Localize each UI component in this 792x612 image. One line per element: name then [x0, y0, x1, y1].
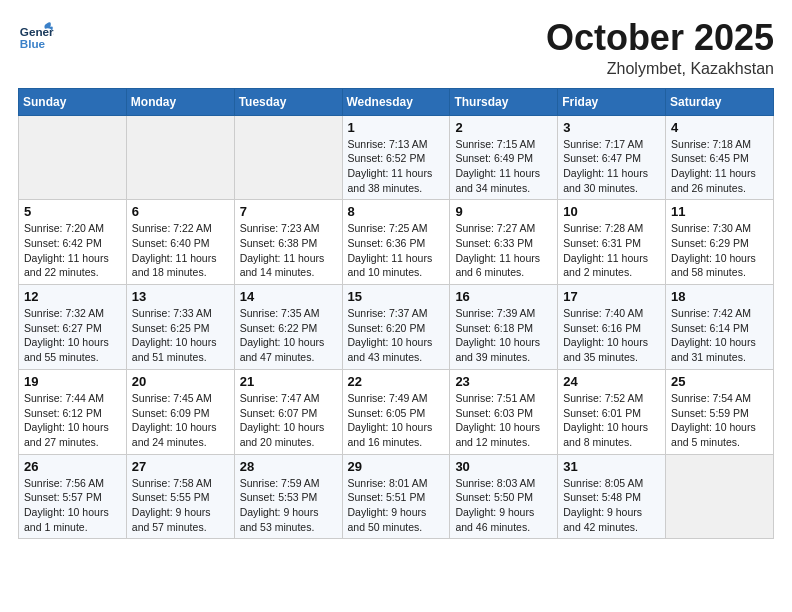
calendar-cell: 5Sunrise: 7:20 AM Sunset: 6:42 PM Daylig… [19, 200, 127, 285]
day-info: Sunrise: 7:18 AM Sunset: 6:45 PM Dayligh… [671, 137, 768, 196]
calendar-cell: 20Sunrise: 7:45 AM Sunset: 6:09 PM Dayli… [126, 369, 234, 454]
calendar-cell: 25Sunrise: 7:54 AM Sunset: 5:59 PM Dayli… [666, 369, 774, 454]
day-number: 25 [671, 374, 768, 389]
day-number: 27 [132, 459, 229, 474]
day-info: Sunrise: 7:30 AM Sunset: 6:29 PM Dayligh… [671, 221, 768, 280]
week-row-1: 5Sunrise: 7:20 AM Sunset: 6:42 PM Daylig… [19, 200, 774, 285]
day-number: 28 [240, 459, 337, 474]
day-number: 24 [563, 374, 660, 389]
calendar-cell: 18Sunrise: 7:42 AM Sunset: 6:14 PM Dayli… [666, 285, 774, 370]
day-info: Sunrise: 7:37 AM Sunset: 6:20 PM Dayligh… [348, 306, 445, 365]
calendar-cell [234, 115, 342, 200]
calendar-cell: 24Sunrise: 7:52 AM Sunset: 6:01 PM Dayli… [558, 369, 666, 454]
day-number: 10 [563, 204, 660, 219]
calendar-cell: 22Sunrise: 7:49 AM Sunset: 6:05 PM Dayli… [342, 369, 450, 454]
day-info: Sunrise: 7:15 AM Sunset: 6:49 PM Dayligh… [455, 137, 552, 196]
day-info: Sunrise: 7:45 AM Sunset: 6:09 PM Dayligh… [132, 391, 229, 450]
day-info: Sunrise: 7:51 AM Sunset: 6:03 PM Dayligh… [455, 391, 552, 450]
calendar-body: 1Sunrise: 7:13 AM Sunset: 6:52 PM Daylig… [19, 115, 774, 539]
day-info: Sunrise: 7:20 AM Sunset: 6:42 PM Dayligh… [24, 221, 121, 280]
day-info: Sunrise: 7:35 AM Sunset: 6:22 PM Dayligh… [240, 306, 337, 365]
calendar-table: Sunday Monday Tuesday Wednesday Thursday… [18, 88, 774, 540]
day-number: 12 [24, 289, 121, 304]
logo-icon: General Blue [18, 18, 54, 54]
day-info: Sunrise: 7:58 AM Sunset: 5:55 PM Dayligh… [132, 476, 229, 535]
calendar-cell: 8Sunrise: 7:25 AM Sunset: 6:36 PM Daylig… [342, 200, 450, 285]
col-saturday: Saturday [666, 88, 774, 115]
day-number: 21 [240, 374, 337, 389]
day-info: Sunrise: 7:23 AM Sunset: 6:38 PM Dayligh… [240, 221, 337, 280]
calendar-cell: 1Sunrise: 7:13 AM Sunset: 6:52 PM Daylig… [342, 115, 450, 200]
day-number: 8 [348, 204, 445, 219]
day-number: 16 [455, 289, 552, 304]
day-number: 14 [240, 289, 337, 304]
week-row-2: 12Sunrise: 7:32 AM Sunset: 6:27 PM Dayli… [19, 285, 774, 370]
day-info: Sunrise: 7:32 AM Sunset: 6:27 PM Dayligh… [24, 306, 121, 365]
calendar-cell: 16Sunrise: 7:39 AM Sunset: 6:18 PM Dayli… [450, 285, 558, 370]
title-block: October 2025 Zholymbet, Kazakhstan [546, 18, 774, 78]
location: Zholymbet, Kazakhstan [546, 60, 774, 78]
calendar-cell: 27Sunrise: 7:58 AM Sunset: 5:55 PM Dayli… [126, 454, 234, 539]
day-number: 2 [455, 120, 552, 135]
day-info: Sunrise: 7:54 AM Sunset: 5:59 PM Dayligh… [671, 391, 768, 450]
calendar-cell: 14Sunrise: 7:35 AM Sunset: 6:22 PM Dayli… [234, 285, 342, 370]
day-number: 22 [348, 374, 445, 389]
header: General Blue October 2025 Zholymbet, Kaz… [18, 18, 774, 78]
day-number: 4 [671, 120, 768, 135]
day-info: Sunrise: 7:25 AM Sunset: 6:36 PM Dayligh… [348, 221, 445, 280]
day-number: 18 [671, 289, 768, 304]
calendar-cell: 12Sunrise: 7:32 AM Sunset: 6:27 PM Dayli… [19, 285, 127, 370]
calendar-cell: 17Sunrise: 7:40 AM Sunset: 6:16 PM Dayli… [558, 285, 666, 370]
day-info: Sunrise: 7:44 AM Sunset: 6:12 PM Dayligh… [24, 391, 121, 450]
day-info: Sunrise: 7:52 AM Sunset: 6:01 PM Dayligh… [563, 391, 660, 450]
calendar-cell: 4Sunrise: 7:18 AM Sunset: 6:45 PM Daylig… [666, 115, 774, 200]
day-info: Sunrise: 7:59 AM Sunset: 5:53 PM Dayligh… [240, 476, 337, 535]
calendar-cell [126, 115, 234, 200]
calendar-cell: 15Sunrise: 7:37 AM Sunset: 6:20 PM Dayli… [342, 285, 450, 370]
day-info: Sunrise: 7:17 AM Sunset: 6:47 PM Dayligh… [563, 137, 660, 196]
header-row: Sunday Monday Tuesday Wednesday Thursday… [19, 88, 774, 115]
day-info: Sunrise: 8:03 AM Sunset: 5:50 PM Dayligh… [455, 476, 552, 535]
week-row-4: 26Sunrise: 7:56 AM Sunset: 5:57 PM Dayli… [19, 454, 774, 539]
day-info: Sunrise: 7:47 AM Sunset: 6:07 PM Dayligh… [240, 391, 337, 450]
calendar-cell: 19Sunrise: 7:44 AM Sunset: 6:12 PM Dayli… [19, 369, 127, 454]
week-row-0: 1Sunrise: 7:13 AM Sunset: 6:52 PM Daylig… [19, 115, 774, 200]
day-info: Sunrise: 7:39 AM Sunset: 6:18 PM Dayligh… [455, 306, 552, 365]
day-number: 15 [348, 289, 445, 304]
day-info: Sunrise: 7:28 AM Sunset: 6:31 PM Dayligh… [563, 221, 660, 280]
day-info: Sunrise: 8:01 AM Sunset: 5:51 PM Dayligh… [348, 476, 445, 535]
day-number: 17 [563, 289, 660, 304]
col-wednesday: Wednesday [342, 88, 450, 115]
svg-text:Blue: Blue [20, 37, 46, 50]
col-monday: Monday [126, 88, 234, 115]
week-row-3: 19Sunrise: 7:44 AM Sunset: 6:12 PM Dayli… [19, 369, 774, 454]
calendar-cell: 31Sunrise: 8:05 AM Sunset: 5:48 PM Dayli… [558, 454, 666, 539]
day-number: 23 [455, 374, 552, 389]
day-info: Sunrise: 7:56 AM Sunset: 5:57 PM Dayligh… [24, 476, 121, 535]
calendar-cell: 6Sunrise: 7:22 AM Sunset: 6:40 PM Daylig… [126, 200, 234, 285]
calendar-cell: 21Sunrise: 7:47 AM Sunset: 6:07 PM Dayli… [234, 369, 342, 454]
day-number: 29 [348, 459, 445, 474]
day-number: 6 [132, 204, 229, 219]
day-number: 3 [563, 120, 660, 135]
day-number: 7 [240, 204, 337, 219]
day-number: 5 [24, 204, 121, 219]
calendar-cell: 9Sunrise: 7:27 AM Sunset: 6:33 PM Daylig… [450, 200, 558, 285]
calendar-cell: 30Sunrise: 8:03 AM Sunset: 5:50 PM Dayli… [450, 454, 558, 539]
day-info: Sunrise: 7:22 AM Sunset: 6:40 PM Dayligh… [132, 221, 229, 280]
day-info: Sunrise: 7:42 AM Sunset: 6:14 PM Dayligh… [671, 306, 768, 365]
col-thursday: Thursday [450, 88, 558, 115]
calendar-cell [666, 454, 774, 539]
calendar-cell: 2Sunrise: 7:15 AM Sunset: 6:49 PM Daylig… [450, 115, 558, 200]
day-number: 26 [24, 459, 121, 474]
col-friday: Friday [558, 88, 666, 115]
calendar-cell: 10Sunrise: 7:28 AM Sunset: 6:31 PM Dayli… [558, 200, 666, 285]
day-number: 11 [671, 204, 768, 219]
day-number: 31 [563, 459, 660, 474]
day-number: 1 [348, 120, 445, 135]
col-sunday: Sunday [19, 88, 127, 115]
month-title: October 2025 [546, 18, 774, 58]
calendar-cell: 11Sunrise: 7:30 AM Sunset: 6:29 PM Dayli… [666, 200, 774, 285]
day-info: Sunrise: 7:49 AM Sunset: 6:05 PM Dayligh… [348, 391, 445, 450]
page: General Blue October 2025 Zholymbet, Kaz… [0, 0, 792, 612]
